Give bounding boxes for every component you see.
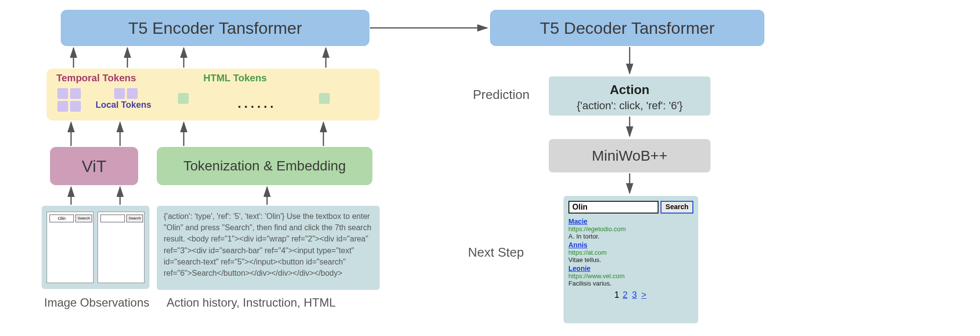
image-observations-caption: Image Observations [44, 296, 149, 310]
pager-current: 1 [614, 290, 619, 300]
pager-next-icon[interactable]: > [641, 290, 647, 300]
result-desc: Facilisis varius. [568, 280, 693, 287]
token-temporal [114, 88, 125, 99]
token-temporal [57, 88, 68, 99]
pager-link[interactable]: 2 [623, 290, 628, 300]
local-tokens-label: Local Tokens [96, 100, 151, 110]
token-html [178, 93, 189, 104]
miniwob-label: MiniWoB++ [592, 147, 668, 164]
miniwob-thumbnail: Search [98, 212, 145, 283]
encoder-title: T5 Encoder Tansformer [128, 19, 302, 38]
result-item: Leonie https://www.vel.com Facilisis var… [568, 264, 693, 287]
ellipsis-icon: ...... [238, 96, 276, 111]
result-item: Macie https://egetodio.com A. In tortor. [568, 217, 693, 240]
token-temporal [70, 88, 81, 99]
thumb-search-button: Search [126, 215, 143, 222]
results-search-button[interactable]: Search [661, 201, 693, 214]
decoder-block: T5 Decoder Tansformer [490, 10, 764, 46]
results-search-input[interactable]: Olin [568, 201, 659, 214]
tokens-container: Temporal Tokens Local Tokens HTML Tokens… [47, 69, 380, 120]
action-output: Action {'action': click, 'ref': '6'} [549, 76, 710, 116]
temporal-tokens-label: Temporal Tokens [56, 72, 136, 84]
result-desc: Vitae tellus. [568, 256, 693, 264]
image-observations: Olin Search Search [42, 206, 149, 289]
tokenization-embedding-label: Tokenization & Embedding [183, 158, 346, 174]
miniwob-results: Olin Search Macie https://egetodio.com A… [564, 196, 698, 323]
result-url: https://egetodio.com [568, 225, 693, 233]
miniwob-block: MiniWoB++ [549, 139, 710, 172]
token-html [319, 93, 330, 104]
action-body: {'action': click, 'ref': '6'} [577, 99, 683, 112]
result-link[interactable]: Leonie [568, 264, 693, 272]
next-step-label: Next Step [468, 245, 524, 260]
decoder-title: T5 Decoder Tansformer [540, 19, 715, 38]
html-input-text: {'action': 'type', 'ref': '5', 'text': '… [164, 212, 371, 277]
result-url: https://at.com [568, 249, 693, 256]
token-local [70, 101, 81, 112]
result-url: https://www.vel.com [568, 272, 693, 280]
result-link[interactable]: Annis [568, 241, 693, 249]
token-temporal [127, 88, 138, 99]
html-input-caption: Action history, Instruction, HTML [167, 296, 336, 310]
encoder-block: T5 Encoder Tansformer [61, 10, 369, 46]
prediction-label: Prediction [473, 87, 530, 102]
vit-label: ViT [82, 157, 106, 176]
thumb-input: Olin [49, 215, 74, 222]
html-input-box: {'action': 'type', 'ref': '5', 'text': '… [157, 206, 380, 290]
result-item: Annis https://at.com Vitae tellus. [568, 241, 693, 264]
pager-link[interactable]: 3 [632, 290, 637, 300]
thumb-input [100, 215, 125, 222]
miniwob-thumbnail: Olin Search [47, 212, 94, 283]
result-desc: A. In tortor. [568, 233, 693, 240]
result-link[interactable]: Macie [568, 217, 693, 225]
action-title: Action [610, 82, 650, 97]
thumb-search-button: Search [75, 215, 92, 222]
html-tokens-label: HTML Tokens [203, 72, 267, 84]
pager: 1 2 3 > [568, 290, 693, 300]
tokenization-embedding-block: Tokenization & Embedding [157, 147, 372, 185]
vit-block: ViT [50, 147, 138, 185]
token-local [57, 101, 68, 112]
